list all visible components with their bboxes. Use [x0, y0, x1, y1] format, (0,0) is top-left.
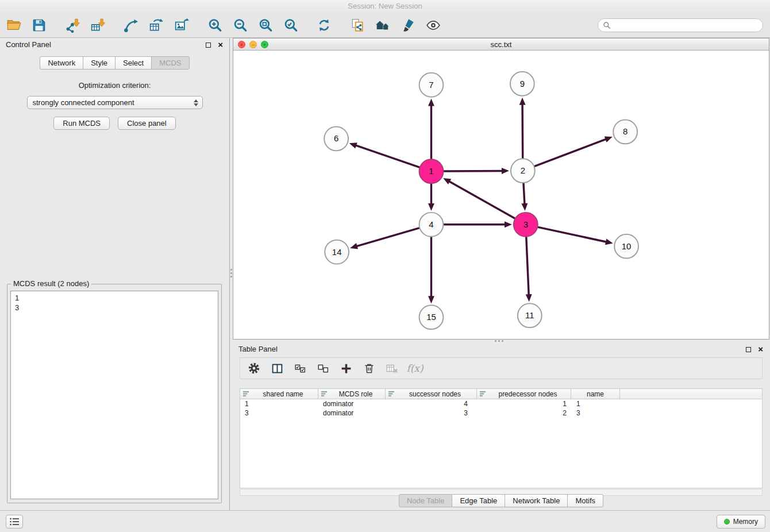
toolbar-search[interactable]: [598, 18, 763, 32]
zoom-fit-button[interactable]: [256, 16, 275, 34]
network-graph[interactable]: 7968124314101511: [233, 51, 769, 339]
delete-column-button[interactable]: [362, 361, 376, 375]
import-network-icon: [65, 18, 80, 33]
table-settings-button[interactable]: [247, 361, 261, 375]
window-zoom-button[interactable]: +: [261, 41, 268, 48]
graph-edge-2-9[interactable]: [522, 104, 523, 159]
tab-network-table[interactable]: Network Table: [505, 494, 568, 507]
memory-label: Memory: [733, 518, 758, 526]
cell-predecessor-nodes[interactable]: 2: [477, 408, 571, 418]
column-header-mcds-role[interactable]: MCDS role: [318, 389, 386, 399]
tab-select[interactable]: Select: [115, 56, 152, 70]
column-header-successor-nodes[interactable]: successor nodes: [386, 389, 477, 399]
graph-edge-1-6[interactable]: [355, 145, 419, 167]
network-overview-button[interactable]: [374, 16, 392, 34]
graph-node-label-11: 11: [525, 310, 534, 320]
column-sort-icon: [388, 391, 395, 397]
column-sort-icon: [243, 391, 249, 397]
cell-mcds-role[interactable]: dominator: [318, 408, 386, 418]
column-header-predecessor-nodes[interactable]: predecessor nodes: [477, 389, 571, 399]
window-minimize-button[interactable]: –: [249, 41, 257, 48]
copy-network-icon: [350, 18, 365, 33]
copy-network-button[interactable]: [348, 16, 367, 34]
memory-button[interactable]: Memory: [717, 515, 765, 529]
close-panel-button[interactable]: Close panel: [118, 117, 176, 130]
show-column-panel-button[interactable]: [270, 361, 284, 375]
toolbar-group-new: [122, 16, 191, 34]
window-controls: × – +: [238, 41, 268, 48]
float-table-panel-icon[interactable]: [746, 347, 751, 352]
graph-edge-3-10[interactable]: [538, 227, 607, 242]
tab-edge-table[interactable]: Edge Table: [452, 494, 505, 507]
new-table-button[interactable]: [147, 16, 165, 34]
zoom-in-button[interactable]: [206, 16, 224, 34]
cell-successor-nodes[interactable]: 4: [386, 399, 477, 408]
network-window: × – + scc.txt 7968124314101511: [233, 38, 769, 340]
tab-network[interactable]: Network: [40, 56, 83, 70]
cell-name[interactable]: 3: [571, 408, 620, 418]
graph-edge-2-3[interactable]: [523, 183, 525, 205]
tab-mcds[interactable]: MCDS: [151, 56, 189, 70]
show-graphics-button[interactable]: [424, 16, 442, 34]
apply-style-button[interactable]: [399, 16, 417, 34]
save-session-button[interactable]: [30, 16, 48, 34]
import-table-button[interactable]: [88, 16, 107, 34]
cell-predecessor-nodes[interactable]: 1: [477, 399, 571, 408]
table-row[interactable]: 1 dominator 4 1 1: [240, 399, 762, 408]
graph-edge-1-2[interactable]: [444, 171, 503, 171]
search-input[interactable]: [611, 21, 758, 29]
save-disk-icon: [32, 18, 47, 33]
criterion-dropdown[interactable]: strongly connected component: [27, 96, 203, 109]
zoom-out-button[interactable]: [231, 16, 249, 34]
graph-edge-4-14[interactable]: [356, 228, 419, 246]
mcds-result-list[interactable]: 1 3: [10, 291, 218, 499]
graph-edge-arrowhead: [605, 136, 613, 142]
delete-table-button-disabled[interactable]: [385, 361, 399, 375]
graph-edge-2-8[interactable]: [534, 139, 606, 167]
refresh-view-button[interactable]: [315, 16, 333, 34]
tab-motifs[interactable]: Motifs: [567, 494, 603, 507]
cell-successor-nodes[interactable]: 3: [386, 408, 477, 418]
deselect-all-button[interactable]: [316, 361, 330, 375]
close-table-panel-icon[interactable]: ×: [758, 342, 763, 356]
table-panel-title: Table Panel: [238, 345, 278, 353]
cell-mcds-role[interactable]: dominator: [318, 399, 386, 408]
main-toolbar: [0, 13, 770, 38]
column-header-shared-name[interactable]: shared name: [240, 389, 318, 399]
export-image-button[interactable]: [172, 16, 191, 34]
columns-icon: [271, 363, 283, 375]
mcds-result-title: MCDS result (2 nodes): [11, 279, 91, 288]
graph-edge-arrowhead: [350, 243, 358, 249]
graph-edge-arrowhead: [605, 239, 613, 245]
mcds-result-line: 1: [15, 293, 214, 303]
style-brush-icon: [401, 18, 415, 33]
new-network-button[interactable]: [122, 16, 140, 34]
column-sort-icon: [480, 391, 486, 397]
graph-edge-3-1[interactable]: [449, 181, 515, 218]
task-history-button[interactable]: [6, 515, 23, 529]
table-row[interactable]: 3 dominator 3 2 3: [240, 408, 762, 418]
float-panel-icon[interactable]: [206, 43, 211, 48]
add-column-button[interactable]: [339, 361, 353, 375]
graph-node-label-9: 9: [520, 79, 525, 88]
tab-style[interactable]: Style: [83, 56, 116, 70]
cell-name[interactable]: 1: [571, 399, 620, 408]
tab-node-table[interactable]: Node Table: [399, 494, 453, 507]
select-all-button[interactable]: [293, 361, 307, 375]
graph-edge-arrowhead: [519, 98, 526, 105]
zoom-selected-button[interactable]: [282, 16, 300, 34]
graph-edge-3-11[interactable]: [526, 237, 529, 296]
run-mcds-button[interactable]: Run MCDS: [53, 117, 110, 130]
refresh-icon: [317, 18, 332, 33]
import-network-button[interactable]: [63, 16, 82, 34]
cell-shared-name[interactable]: 3: [240, 408, 318, 418]
open-folder-icon: [6, 17, 22, 33]
network-canvas[interactable]: 7968124314101511: [233, 51, 769, 339]
close-panel-icon[interactable]: ×: [218, 38, 223, 52]
function-builder-button-disabled[interactable]: f(x): [408, 361, 422, 375]
open-session-button[interactable]: [5, 16, 23, 34]
window-close-button[interactable]: ×: [238, 41, 245, 48]
cell-shared-name[interactable]: 1: [240, 399, 318, 408]
column-header-filler: [620, 389, 762, 399]
column-header-name[interactable]: name: [571, 389, 620, 399]
